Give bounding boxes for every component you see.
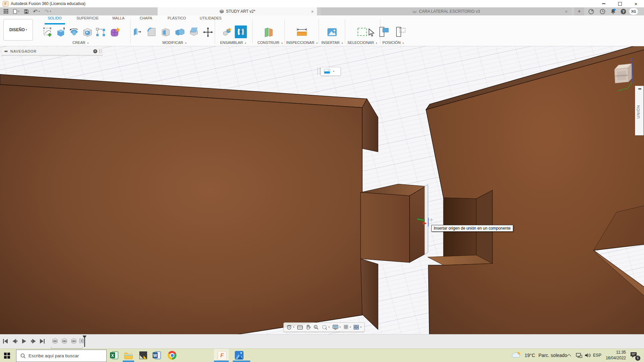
viewports-icon[interactable]: ▾ bbox=[354, 325, 362, 330]
revert-position-icon[interactable] bbox=[395, 26, 407, 38]
document-tab-active[interactable]: STUDY ART v2* × bbox=[158, 7, 317, 15]
tenon-front-face[interactable] bbox=[361, 192, 410, 262]
new-component-icon[interactable] bbox=[222, 27, 233, 38]
left-panel-lower-finger[interactable] bbox=[361, 259, 378, 329]
union-panel-tab[interactable]: ◀◀ UNIÓN bbox=[635, 86, 644, 135]
fusion-taskbar-icon[interactable]: F bbox=[217, 351, 226, 360]
timeline-play-icon[interactable] bbox=[21, 338, 27, 344]
combine-icon[interactable] bbox=[174, 27, 185, 38]
tab-utilidades[interactable]: UTILIDADES bbox=[200, 16, 222, 20]
insert-image-icon[interactable] bbox=[327, 27, 337, 38]
network-icon[interactable] bbox=[576, 349, 582, 362]
job-status-icon[interactable] bbox=[598, 7, 606, 15]
group-modificar[interactable]: MODIFICAR ▾ bbox=[162, 41, 186, 45]
notifications-bell-icon[interactable] bbox=[609, 7, 617, 15]
group-seleccionar[interactable]: SELECCIONAR ▾ bbox=[347, 41, 377, 45]
create-form-icon[interactable] bbox=[110, 27, 120, 38]
undo-icon[interactable]: ↶▾ bbox=[33, 8, 40, 15]
taskbar-search[interactable]: Escribe aquí para buscar bbox=[16, 350, 107, 362]
left-panel-front-face[interactable] bbox=[0, 84, 362, 334]
maximize-button[interactable] bbox=[612, 0, 628, 7]
navigator-collapse-icon[interactable]: ◀◀ bbox=[4, 50, 7, 53]
tab-chapa[interactable]: CHAPA bbox=[140, 16, 152, 20]
left-panel-upper-finger[interactable] bbox=[362, 99, 378, 152]
group-ensamblar[interactable]: ENSAMBLAR ▾ bbox=[220, 41, 246, 45]
extensions-icon[interactable] bbox=[587, 7, 595, 15]
zoom-window-icon[interactable]: ▾ bbox=[322, 324, 330, 330]
navigator-resize-handle[interactable] bbox=[99, 49, 101, 53]
measure-icon[interactable] bbox=[296, 27, 308, 38]
close-button[interactable]: × bbox=[628, 0, 644, 7]
tray-chevron-icon[interactable] bbox=[568, 349, 571, 362]
help-icon[interactable]: ? bbox=[619, 7, 627, 15]
timeline-component-feature[interactable] bbox=[51, 337, 59, 345]
file-explorer-taskbar-icon[interactable] bbox=[124, 351, 133, 360]
user-avatar[interactable]: XG bbox=[629, 8, 638, 15]
timeline-step-forward-icon[interactable] bbox=[31, 338, 36, 344]
view-navigation-bar[interactable]: ▾ ± ▾ ▾ ▾ ▾ bbox=[283, 322, 365, 332]
redo-icon[interactable]: ↷▾ bbox=[44, 8, 51, 15]
construct-plane-icon[interactable] bbox=[263, 27, 274, 38]
weather-widget[interactable]: 19°C Parc. soleado bbox=[512, 349, 567, 362]
word-taskbar-icon[interactable]: W bbox=[153, 351, 161, 360]
move-copy-icon[interactable] bbox=[203, 27, 213, 38]
shell-icon[interactable] bbox=[160, 27, 171, 38]
create-sketch-icon[interactable] bbox=[42, 27, 53, 38]
hole-icon[interactable] bbox=[82, 27, 93, 38]
timeline-position-marker[interactable] bbox=[82, 336, 87, 347]
display-settings-icon[interactable]: ▾ bbox=[332, 324, 341, 330]
orbit-icon[interactable]: ▾ bbox=[286, 324, 294, 330]
timeline-go-end-icon[interactable] bbox=[40, 338, 45, 344]
tab-close-icon[interactable]: × bbox=[565, 9, 568, 14]
sketch-pattern-icon[interactable] bbox=[95, 27, 106, 38]
new-tab-button[interactable]: + bbox=[574, 7, 584, 15]
group-crear[interactable]: CREAR ▾ bbox=[72, 41, 89, 45]
tab-superficie[interactable]: SUPERFICIE bbox=[76, 16, 99, 20]
chrome-taskbar-icon[interactable] bbox=[168, 351, 176, 360]
workspace-selector[interactable]: DISEÑO ▾ bbox=[3, 19, 33, 41]
grid-settings-icon[interactable]: ▾ bbox=[343, 324, 351, 330]
revolve-icon[interactable] bbox=[69, 27, 79, 38]
split-body-icon[interactable] bbox=[189, 27, 199, 38]
group-construir[interactable]: CONSTRUIR ▾ bbox=[258, 41, 283, 45]
clock-widget[interactable]: 11:35 16/04/2022 bbox=[604, 350, 626, 361]
timeline-step-back-icon[interactable] bbox=[12, 338, 17, 344]
mini-toolbar-caret-icon[interactable]: ▾ bbox=[333, 70, 334, 73]
volume-icon[interactable] bbox=[584, 349, 591, 362]
select-window-icon[interactable] bbox=[357, 27, 368, 38]
file-menu-icon[interactable]: ▾ bbox=[13, 9, 19, 14]
union-panel-label[interactable]: UNIÓN bbox=[636, 105, 640, 118]
group-posicion[interactable]: POSICIÓN ▾ bbox=[382, 41, 404, 45]
timeline-go-start-icon[interactable] bbox=[3, 338, 8, 344]
mini-toolbar-drag-handle[interactable] bbox=[317, 68, 320, 74]
tab-solido[interactable]: SOLIDO bbox=[48, 16, 62, 20]
excel-taskbar-icon[interactable]: X bbox=[110, 351, 119, 360]
navigator-add-icon[interactable]: + bbox=[93, 49, 97, 53]
save-icon[interactable] bbox=[24, 9, 29, 14]
group-inspeccionar[interactable]: INSPECCIONAR ▾ bbox=[286, 41, 317, 45]
document-tab-inactive[interactable]: CARA LATERAL ESCRITORIO v3 × bbox=[321, 7, 572, 15]
look-at-icon[interactable] bbox=[297, 325, 303, 330]
fillet-icon[interactable] bbox=[146, 27, 157, 38]
union-collapse-icon[interactable]: ◀◀ bbox=[635, 87, 643, 90]
navigator-panel-bar[interactable]: ◀◀ NAVEGADOR + bbox=[1, 47, 103, 55]
language-indicator[interactable]: ESP bbox=[593, 349, 601, 362]
photos-taskbar-icon[interactable] bbox=[235, 351, 244, 360]
minimize-button[interactable] bbox=[596, 0, 612, 7]
3d-viewport[interactable] bbox=[0, 46, 644, 334]
group-insertar[interactable]: INSERTAR ▾ bbox=[321, 41, 343, 45]
app-grid-icon[interactable] bbox=[4, 9, 8, 14]
tab-plastico[interactable]: PLÁSTICO bbox=[168, 16, 186, 20]
timeline-component-feature[interactable] bbox=[60, 337, 68, 345]
canvas-mini-toolbar[interactable]: ▾ bbox=[321, 67, 341, 76]
tab-close-icon[interactable]: × bbox=[311, 9, 314, 14]
canvas-image-icon[interactable] bbox=[324, 69, 330, 74]
press-pull-icon[interactable] bbox=[132, 27, 143, 38]
sticky-notes-taskbar-icon[interactable] bbox=[139, 351, 148, 360]
tab-malla[interactable]: MALLA bbox=[112, 16, 124, 20]
joint-command-icon[interactable] bbox=[235, 25, 247, 38]
start-button[interactable] bbox=[4, 353, 10, 359]
timeline-component-feature[interactable] bbox=[70, 337, 78, 345]
pan-icon[interactable] bbox=[306, 324, 311, 330]
extrude-icon[interactable] bbox=[55, 27, 66, 38]
